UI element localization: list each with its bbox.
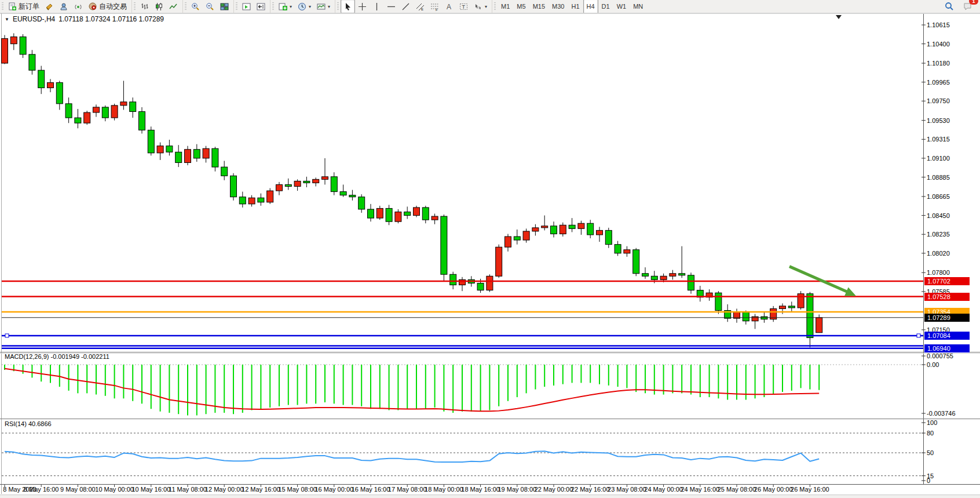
trendline-icon xyxy=(401,2,410,11)
zoom-in-button[interactable] xyxy=(188,0,203,13)
time-axis-label: 25 May 08:00 xyxy=(718,486,756,493)
tile-windows-icon xyxy=(220,2,229,11)
candle-body xyxy=(294,181,301,186)
candle-body xyxy=(450,274,456,285)
candle-body xyxy=(56,82,63,103)
horn-button[interactable] xyxy=(42,0,57,13)
period-w1-button[interactable]: W1 xyxy=(613,0,630,14)
candle-body xyxy=(313,179,319,183)
equidistant-channel-button[interactable]: E xyxy=(413,0,427,13)
candle-body xyxy=(624,250,630,253)
price-level-badge-1.06940: 1.06940 xyxy=(924,344,970,352)
line-chart-button[interactable] xyxy=(166,0,181,13)
period-m1-button[interactable]: M1 xyxy=(498,0,513,14)
chart-title-dropdown-icon[interactable]: ▼ xyxy=(5,17,9,22)
candle-body xyxy=(487,276,493,290)
candle-body xyxy=(231,176,237,197)
fibonacci-button[interactable]: F xyxy=(427,0,442,13)
period-mn-button[interactable]: MN xyxy=(630,0,646,14)
time-axis-label: 9 May 08:00 xyxy=(60,486,96,493)
candle-body xyxy=(422,208,429,220)
chart-canvas[interactable] xyxy=(0,13,980,495)
chevron-down-icon[interactable]: ▾ xyxy=(328,4,330,9)
chevron-down-icon[interactable]: ▾ xyxy=(290,4,292,9)
chart-shift-button[interactable] xyxy=(254,0,268,13)
period-d1-button[interactable]: D1 xyxy=(598,0,613,14)
price-axis-tick-label: 1.08885 xyxy=(927,174,950,181)
chevron-down-icon[interactable]: ▾ xyxy=(309,4,311,9)
new-order-button[interactable]: 新订单 xyxy=(5,0,42,13)
time-axis-label: 8 May 16:00 xyxy=(24,486,59,493)
time-axis-label: 12 May 00:00 xyxy=(205,486,244,493)
period-h4-button[interactable]: H4 xyxy=(583,0,598,14)
period-m5-button[interactable]: M5 xyxy=(513,0,529,14)
tile-windows-button[interactable] xyxy=(217,0,232,13)
line-handle-left[interactable] xyxy=(5,334,9,337)
period-h4-button-label: H4 xyxy=(587,3,595,10)
macd-axis-tick-label: -0.003746 xyxy=(927,410,956,417)
indicators-button[interactable]: ▾ xyxy=(276,0,295,13)
periods-menu-button[interactable]: ▾ xyxy=(295,0,314,13)
search-button[interactable] xyxy=(942,0,957,13)
period-h1-button[interactable]: H1 xyxy=(568,0,583,14)
candle-body xyxy=(10,37,17,43)
candle-body xyxy=(414,208,420,216)
chevron-down-icon[interactable]: ▾ xyxy=(485,4,487,9)
vline-icon xyxy=(372,2,381,11)
vertical-line-button[interactable] xyxy=(370,0,384,13)
arrows-button[interactable]: ▾ xyxy=(471,0,490,13)
text-icon: A xyxy=(445,2,454,11)
text-button[interactable]: A xyxy=(442,0,456,13)
autotrading-button[interactable]: 自动交易 xyxy=(86,0,130,13)
price-axis-tick-label: 1.07800 xyxy=(927,269,950,276)
candle-body xyxy=(38,70,45,88)
time-axis-label: 18 May 16:00 xyxy=(461,486,500,493)
main-toolbar: 新订单自动交易▾▾▾EFAT▾M1M5M15M30H1H4D1W1MN1 xyxy=(0,0,980,13)
horizontal-line-button[interactable] xyxy=(384,0,398,13)
bar-chart-button[interactable] xyxy=(137,0,152,13)
time-axis-label: 24 May 16:00 xyxy=(681,486,719,493)
time-axis-label: 11 May 08:00 xyxy=(169,486,207,493)
templates-button[interactable]: ▾ xyxy=(314,0,333,13)
autotrading-button-label: 自动交易 xyxy=(99,2,127,12)
toolbar-group-zoom xyxy=(182,0,233,13)
signals-button[interactable] xyxy=(71,0,86,13)
candle-body xyxy=(386,208,392,221)
time-axis-label: 10 May 16:00 xyxy=(131,486,170,493)
candle-body xyxy=(331,177,337,192)
candle-body xyxy=(597,230,603,235)
period-m30-button[interactable]: M30 xyxy=(548,0,568,14)
cursor-button[interactable] xyxy=(341,0,355,13)
zoom-out-button[interactable] xyxy=(203,0,217,13)
auto-scroll-button[interactable] xyxy=(239,0,254,13)
candle-body xyxy=(185,150,191,163)
time-axis-label: 12 May 16:00 xyxy=(242,486,280,493)
trendline-button[interactable] xyxy=(398,0,413,13)
cursor-icon xyxy=(343,2,352,11)
autotrading-icon xyxy=(89,2,97,11)
metaeditor-button[interactable] xyxy=(57,0,71,13)
line-handle-right[interactable] xyxy=(917,334,920,337)
zoom-out-icon xyxy=(206,2,214,11)
time-axis-label: 19 May 08:00 xyxy=(498,486,536,493)
candle-body xyxy=(29,54,35,70)
toolbar-group-scroll xyxy=(233,0,270,13)
horn-icon xyxy=(45,2,54,11)
period-m30-button-label: M30 xyxy=(552,3,564,10)
rsi-indicator-label: RSI(14) 40.6866 xyxy=(5,420,52,427)
time-axis-label: 26 May 00:00 xyxy=(754,486,793,493)
community-button[interactable]: 1 xyxy=(960,0,975,13)
candle-body xyxy=(285,184,291,186)
candle-body xyxy=(532,228,539,231)
candlestick-icon xyxy=(155,2,163,11)
period-m15-button-label: M15 xyxy=(533,3,545,10)
candle-body xyxy=(248,198,255,204)
rsi-axis-tick-label: 80 xyxy=(927,430,934,437)
text-label-button[interactable]: T xyxy=(456,0,471,13)
candlestick-chart-button[interactable] xyxy=(152,0,166,13)
period-m15-button[interactable]: M15 xyxy=(529,0,548,14)
crosshair-button[interactable] xyxy=(355,0,370,13)
candle-body xyxy=(441,216,447,274)
period-mn-button-label: MN xyxy=(633,3,643,10)
candle-body xyxy=(359,197,365,209)
